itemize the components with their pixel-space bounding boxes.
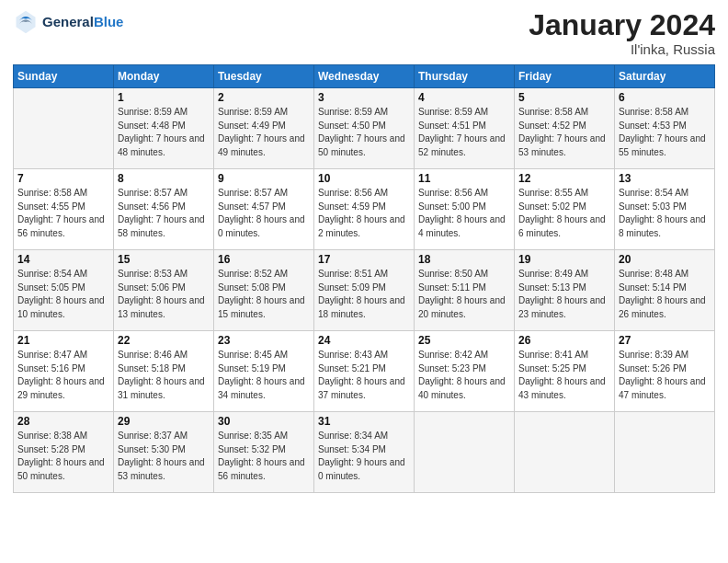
calendar-cell bbox=[415, 412, 515, 493]
col-header-sunday: Sunday bbox=[14, 65, 114, 88]
col-header-saturday: Saturday bbox=[615, 65, 715, 88]
day-number: 31 bbox=[318, 415, 410, 428]
logo: GeneralBlue bbox=[13, 9, 123, 35]
day-info: Sunrise: 8:57 AMSunset: 4:56 PMDaylight:… bbox=[118, 187, 210, 240]
day-info: Sunrise: 8:58 AMSunset: 4:55 PMDaylight:… bbox=[17, 187, 109, 240]
day-info: Sunrise: 8:34 AMSunset: 5:34 PMDaylight:… bbox=[318, 430, 410, 483]
calendar-cell: 5Sunrise: 8:58 AMSunset: 4:52 PMDaylight… bbox=[515, 88, 615, 169]
calendar-cell: 22Sunrise: 8:46 AMSunset: 5:18 PMDayligh… bbox=[114, 331, 214, 412]
day-number: 21 bbox=[17, 334, 109, 347]
day-info: Sunrise: 8:37 AMSunset: 5:30 PMDaylight:… bbox=[118, 430, 210, 483]
day-info: Sunrise: 8:55 AMSunset: 5:02 PMDaylight:… bbox=[518, 187, 610, 240]
day-info: Sunrise: 8:59 AMSunset: 4:51 PMDaylight:… bbox=[418, 106, 510, 159]
calendar-cell: 15Sunrise: 8:53 AMSunset: 5:06 PMDayligh… bbox=[114, 250, 214, 331]
week-row-4: 21Sunrise: 8:47 AMSunset: 5:16 PMDayligh… bbox=[14, 331, 715, 412]
subtitle: Il'inka, Russia bbox=[529, 41, 715, 57]
day-number: 10 bbox=[318, 172, 410, 185]
calendar-cell: 25Sunrise: 8:42 AMSunset: 5:23 PMDayligh… bbox=[415, 331, 515, 412]
day-info: Sunrise: 8:54 AMSunset: 5:05 PMDaylight:… bbox=[17, 268, 109, 321]
week-row-5: 28Sunrise: 8:38 AMSunset: 5:28 PMDayligh… bbox=[14, 412, 715, 493]
day-info: Sunrise: 8:57 AMSunset: 4:57 PMDaylight:… bbox=[218, 187, 310, 240]
week-row-3: 14Sunrise: 8:54 AMSunset: 5:05 PMDayligh… bbox=[14, 250, 715, 331]
month-title: January 2024 bbox=[529, 9, 715, 41]
calendar-cell: 8Sunrise: 8:57 AMSunset: 4:56 PMDaylight… bbox=[114, 169, 214, 250]
day-info: Sunrise: 8:45 AMSunset: 5:19 PMDaylight:… bbox=[218, 349, 310, 402]
day-number: 24 bbox=[318, 334, 410, 347]
calendar-table: SundayMondayTuesdayWednesdayThursdayFrid… bbox=[13, 64, 715, 493]
day-number: 30 bbox=[218, 415, 310, 428]
page-container: GeneralBlue January 2024 Il'inka, Russia… bbox=[0, 0, 728, 502]
calendar-cell: 11Sunrise: 8:56 AMSunset: 5:00 PMDayligh… bbox=[415, 169, 515, 250]
calendar-cell: 16Sunrise: 8:52 AMSunset: 5:08 PMDayligh… bbox=[214, 250, 314, 331]
week-row-1: 1Sunrise: 8:59 AMSunset: 4:48 PMDaylight… bbox=[14, 88, 715, 169]
title-block: January 2024 Il'inka, Russia bbox=[529, 9, 715, 57]
day-info: Sunrise: 8:35 AMSunset: 5:32 PMDaylight:… bbox=[218, 430, 310, 483]
day-number: 29 bbox=[118, 415, 210, 428]
calendar-cell bbox=[515, 412, 615, 493]
calendar-cell: 21Sunrise: 8:47 AMSunset: 5:16 PMDayligh… bbox=[14, 331, 114, 412]
day-number: 20 bbox=[619, 253, 711, 266]
day-number: 23 bbox=[218, 334, 310, 347]
day-number: 6 bbox=[619, 91, 711, 104]
calendar-cell: 19Sunrise: 8:49 AMSunset: 5:13 PMDayligh… bbox=[515, 250, 615, 331]
calendar-cell: 7Sunrise: 8:58 AMSunset: 4:55 PMDaylight… bbox=[14, 169, 114, 250]
calendar-cell: 17Sunrise: 8:51 AMSunset: 5:09 PMDayligh… bbox=[314, 250, 415, 331]
day-info: Sunrise: 8:53 AMSunset: 5:06 PMDaylight:… bbox=[118, 268, 210, 321]
calendar-cell: 13Sunrise: 8:54 AMSunset: 5:03 PMDayligh… bbox=[615, 169, 715, 250]
day-number: 1 bbox=[118, 91, 210, 104]
logo-text: GeneralBlue bbox=[42, 14, 123, 30]
col-header-friday: Friday bbox=[515, 65, 615, 88]
day-info: Sunrise: 8:52 AMSunset: 5:08 PMDaylight:… bbox=[218, 268, 310, 321]
day-info: Sunrise: 8:48 AMSunset: 5:14 PMDaylight:… bbox=[619, 268, 711, 321]
col-header-monday: Monday bbox=[114, 65, 214, 88]
calendar-body: 1Sunrise: 8:59 AMSunset: 4:48 PMDaylight… bbox=[14, 88, 715, 493]
logo-icon bbox=[13, 9, 39, 35]
calendar-cell: 30Sunrise: 8:35 AMSunset: 5:32 PMDayligh… bbox=[214, 412, 314, 493]
day-info: Sunrise: 8:59 AMSunset: 4:49 PMDaylight:… bbox=[218, 106, 310, 159]
day-number: 7 bbox=[17, 172, 109, 185]
day-number: 11 bbox=[418, 172, 510, 185]
calendar-cell: 1Sunrise: 8:59 AMSunset: 4:48 PMDaylight… bbox=[114, 88, 214, 169]
calendar-cell: 14Sunrise: 8:54 AMSunset: 5:05 PMDayligh… bbox=[14, 250, 114, 331]
calendar-cell: 24Sunrise: 8:43 AMSunset: 5:21 PMDayligh… bbox=[314, 331, 415, 412]
calendar-cell: 31Sunrise: 8:34 AMSunset: 5:34 PMDayligh… bbox=[314, 412, 415, 493]
day-info: Sunrise: 8:46 AMSunset: 5:18 PMDaylight:… bbox=[118, 349, 210, 402]
calendar-cell: 20Sunrise: 8:48 AMSunset: 5:14 PMDayligh… bbox=[615, 250, 715, 331]
calendar-cell: 9Sunrise: 8:57 AMSunset: 4:57 PMDaylight… bbox=[214, 169, 314, 250]
day-info: Sunrise: 8:56 AMSunset: 4:59 PMDaylight:… bbox=[318, 187, 410, 240]
col-header-thursday: Thursday bbox=[415, 65, 515, 88]
day-number: 17 bbox=[318, 253, 410, 266]
day-info: Sunrise: 8:43 AMSunset: 5:21 PMDaylight:… bbox=[318, 349, 410, 402]
calendar-cell: 18Sunrise: 8:50 AMSunset: 5:11 PMDayligh… bbox=[415, 250, 515, 331]
day-info: Sunrise: 8:39 AMSunset: 5:26 PMDaylight:… bbox=[619, 349, 711, 402]
day-number: 15 bbox=[118, 253, 210, 266]
day-info: Sunrise: 8:59 AMSunset: 4:48 PMDaylight:… bbox=[118, 106, 210, 159]
day-number: 9 bbox=[218, 172, 310, 185]
day-number: 8 bbox=[118, 172, 210, 185]
day-info: Sunrise: 8:42 AMSunset: 5:23 PMDaylight:… bbox=[418, 349, 510, 402]
calendar-cell: 23Sunrise: 8:45 AMSunset: 5:19 PMDayligh… bbox=[214, 331, 314, 412]
calendar-cell: 12Sunrise: 8:55 AMSunset: 5:02 PMDayligh… bbox=[515, 169, 615, 250]
day-number: 4 bbox=[418, 91, 510, 104]
day-number: 13 bbox=[619, 172, 711, 185]
calendar-cell: 6Sunrise: 8:58 AMSunset: 4:53 PMDaylight… bbox=[615, 88, 715, 169]
day-number: 2 bbox=[218, 91, 310, 104]
calendar-cell bbox=[615, 412, 715, 493]
calendar-cell: 29Sunrise: 8:37 AMSunset: 5:30 PMDayligh… bbox=[114, 412, 214, 493]
day-info: Sunrise: 8:58 AMSunset: 4:52 PMDaylight:… bbox=[518, 106, 610, 159]
calendar-cell bbox=[14, 88, 114, 169]
day-info: Sunrise: 8:49 AMSunset: 5:13 PMDaylight:… bbox=[518, 268, 610, 321]
day-info: Sunrise: 8:51 AMSunset: 5:09 PMDaylight:… bbox=[318, 268, 410, 321]
day-number: 12 bbox=[518, 172, 610, 185]
day-number: 25 bbox=[418, 334, 510, 347]
calendar-cell: 27Sunrise: 8:39 AMSunset: 5:26 PMDayligh… bbox=[615, 331, 715, 412]
day-number: 22 bbox=[118, 334, 210, 347]
day-number: 5 bbox=[518, 91, 610, 104]
calendar-cell: 2Sunrise: 8:59 AMSunset: 4:49 PMDaylight… bbox=[214, 88, 314, 169]
day-info: Sunrise: 8:50 AMSunset: 5:11 PMDaylight:… bbox=[418, 268, 510, 321]
day-number: 18 bbox=[418, 253, 510, 266]
header: GeneralBlue January 2024 Il'inka, Russia bbox=[13, 9, 715, 57]
day-info: Sunrise: 8:47 AMSunset: 5:16 PMDaylight:… bbox=[17, 349, 109, 402]
calendar-cell: 28Sunrise: 8:38 AMSunset: 5:28 PMDayligh… bbox=[14, 412, 114, 493]
calendar-cell: 4Sunrise: 8:59 AMSunset: 4:51 PMDaylight… bbox=[415, 88, 515, 169]
